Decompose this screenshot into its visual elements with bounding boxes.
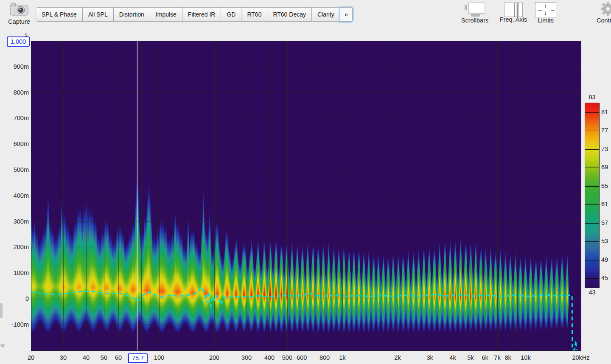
colorbar-tick xyxy=(585,260,599,260)
colorbar-tick-label: 73 xyxy=(601,145,608,153)
y-tick-label: 700m xyxy=(0,114,29,122)
x-tick-label: 100 xyxy=(154,354,164,361)
scroll-down-arrow-icon[interactable] xyxy=(0,344,5,348)
x-tick-label: 6k xyxy=(482,354,488,361)
colorbar-tick-label: 57 xyxy=(601,219,608,227)
freq-axis-icon xyxy=(495,1,532,16)
tab-clarity[interactable]: Clarity xyxy=(311,7,340,22)
colorbar xyxy=(585,103,600,288)
freq-axis-button[interactable]: Freq. Axis xyxy=(495,1,532,28)
tab-more[interactable]: » xyxy=(340,7,353,22)
colorbar-tick xyxy=(585,168,599,168)
tab-filtered-ir[interactable]: Filtered IR xyxy=(182,7,221,22)
x-tick-label: 300 xyxy=(241,354,252,361)
x-tick-label: 8k xyxy=(504,354,511,361)
colorbar-tick xyxy=(585,112,599,113)
capture-label: Capture xyxy=(3,18,36,25)
colorbar-tick-label: 61 xyxy=(601,200,608,208)
colorbar-max-label: 83 xyxy=(585,94,600,101)
x-tick-label: 30 xyxy=(60,354,67,361)
x-tick-label: 400 xyxy=(264,354,275,361)
x-tick-label: 5k xyxy=(467,354,474,361)
y-tick-label: 800m xyxy=(0,89,29,96)
left-scrollbar-thumb[interactable] xyxy=(0,303,3,318)
gear-icon xyxy=(590,1,611,17)
tab-all-spl[interactable]: All SPL xyxy=(82,7,114,22)
colorbar-tick xyxy=(585,186,599,187)
colorbar-tick-label: 81 xyxy=(601,108,608,116)
colorbar-tick xyxy=(585,278,599,279)
y-tick-label: 0 xyxy=(0,295,29,302)
tab-impulse[interactable]: Impulse xyxy=(150,7,182,22)
colorbar-min-label: 43 xyxy=(585,289,600,296)
camera-icon xyxy=(8,11,30,19)
colorbar-tick-label: 49 xyxy=(601,256,608,263)
y-tick-label: 200m xyxy=(0,243,29,251)
colorbar-tick-label: 65 xyxy=(601,182,608,190)
colorbar-tick-label: 53 xyxy=(601,237,608,245)
colorbar-tick-label: 69 xyxy=(601,163,608,171)
x-tick-label: 2k xyxy=(394,354,401,361)
tab-rt60[interactable]: RT60 xyxy=(241,7,267,22)
y-tick-label: 300m xyxy=(0,218,29,225)
toolbar-button-label: Controls xyxy=(590,17,611,24)
x-tick-label: 7k xyxy=(494,354,500,361)
toolbar-button-label: Limits xyxy=(527,17,564,24)
x-tick-label: 200 xyxy=(209,354,219,361)
x-tick-label: 50 xyxy=(101,354,107,361)
colorbar-tick-label: 77 xyxy=(601,126,608,134)
colorbar-tick xyxy=(585,241,599,242)
tab-spl-phase[interactable]: SPL & Phase xyxy=(36,7,83,22)
toolbar-button-label: Scrollbars xyxy=(456,17,493,24)
x-tick-label: 600 xyxy=(297,354,307,361)
tab-distortion[interactable]: Distortion xyxy=(113,7,150,22)
y-tick-label: -100m xyxy=(0,321,29,328)
rew-window: Capture SPL & PhaseAll SPLDistortionImpu… xyxy=(0,0,611,364)
y-tick-label: 100m xyxy=(0,269,29,277)
y-limit-field[interactable]: 1,000 xyxy=(7,36,30,47)
limits-button[interactable]: ↑↓←→Limits xyxy=(527,1,564,28)
x-tick-label: 40 xyxy=(83,354,90,361)
x-tick-label: 20 xyxy=(28,354,34,361)
cursor-frequency-field[interactable]: 75.7 xyxy=(128,353,148,363)
y-axis-unit-label: s xyxy=(25,31,28,38)
scrollbars-icon xyxy=(456,1,493,17)
view-tabbar: SPL & PhaseAll SPLDistortionImpulseFilte… xyxy=(36,7,353,22)
x-tick-label: 800 xyxy=(320,354,330,361)
colorbar-tick xyxy=(585,149,599,150)
spectrogram-plot[interactable] xyxy=(31,41,581,351)
colorbar-tick xyxy=(585,204,599,205)
y-tick-label: 900m xyxy=(0,63,29,70)
x-tick-label: 1k xyxy=(339,354,345,361)
colorbar-tick-label: 45 xyxy=(601,274,608,282)
tab-rt60-decay[interactable]: RT60 Decay xyxy=(267,7,312,22)
limits-icon: ↑↓←→ xyxy=(527,1,564,17)
x-tick-label: 3k xyxy=(426,354,433,361)
toolbar-button-label: Freq. Axis xyxy=(495,16,532,23)
x-tick-label: 60 xyxy=(115,354,122,361)
tab-gd[interactable]: GD xyxy=(221,7,241,22)
scrollbars-button[interactable]: Scrollbars xyxy=(456,1,493,28)
y-tick-label: 500m xyxy=(0,166,29,174)
controls-button[interactable]: Controls xyxy=(590,1,611,28)
colorbar-tick xyxy=(585,223,599,224)
x-tick-label: 20kHz xyxy=(572,354,589,361)
y-tick-label: 400m xyxy=(0,192,29,199)
y-tick-label: 600m xyxy=(0,140,29,148)
colorbar-tick xyxy=(585,131,599,131)
x-tick-label: 10k xyxy=(521,354,530,361)
capture-button[interactable]: Capture xyxy=(3,1,36,27)
x-tick-label: 4k xyxy=(449,354,456,361)
x-tick-label: 500 xyxy=(282,354,292,361)
